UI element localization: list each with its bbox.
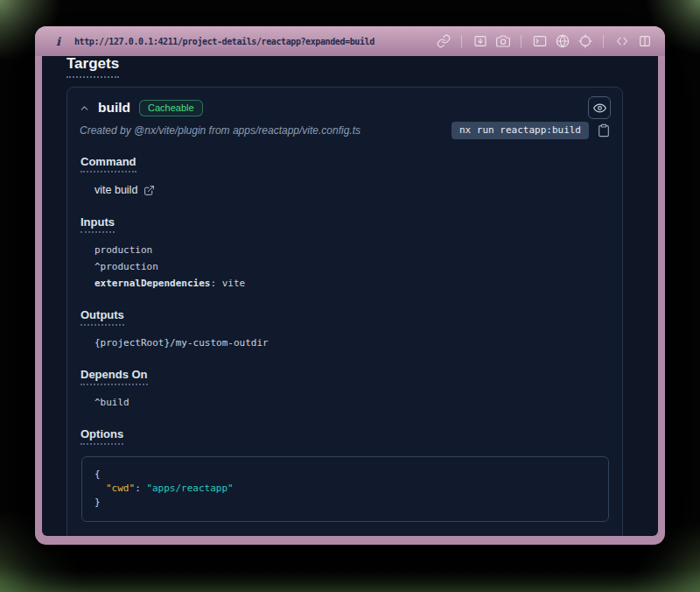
created-by-text: Created by @nx/vite/plugin from apps/rea… [80, 124, 360, 137]
build-target-header[interactable]: build Cacheable [67, 88, 622, 119]
options-code-block: { "cwd": "apps/reactapp" } [81, 456, 609, 522]
command-section-heading: Command [80, 155, 136, 173]
globe-icon[interactable] [555, 34, 570, 49]
code-icon[interactable] [614, 34, 629, 49]
toolbar-divider [603, 35, 604, 48]
inputs-section-heading: Inputs [80, 215, 115, 233]
run-command-chip: nx run reactapp:build [452, 122, 589, 139]
options-section-heading: Options [80, 427, 123, 445]
code-line: "cwd": "apps/reactapp" [94, 482, 596, 496]
link-icon[interactable] [436, 34, 451, 49]
code-line: } [94, 496, 596, 510]
topbar-toolbar [436, 34, 652, 49]
input-item: externalDependencies: vite [94, 278, 609, 289]
copy-icon[interactable] [597, 123, 611, 137]
external-link-icon[interactable] [144, 185, 155, 196]
split-view-icon[interactable] [637, 34, 652, 49]
input-item: ^production [94, 261, 609, 272]
input-item: production [94, 244, 609, 256]
inbox-download-icon[interactable] [472, 34, 487, 49]
browser-topbar: i http://127.0.0.1:4211/project-details/… [35, 26, 665, 56]
input-dep-key: externalDependencies [94, 278, 210, 289]
command-link[interactable]: vite build [94, 184, 609, 196]
info-icon[interactable]: i [56, 35, 60, 48]
address-bar[interactable]: http://127.0.0.1:4211/project-details/re… [74, 37, 374, 46]
build-target-details: Command vite build Inputs production ^pr… [67, 139, 622, 536]
cacheable-badge: Cacheable [139, 100, 203, 116]
toolbar-divider [461, 35, 462, 48]
camera-icon[interactable] [495, 34, 510, 49]
targets-heading: Targets [66, 56, 119, 78]
json-separator: : [135, 483, 146, 494]
view-graph-button[interactable] [588, 96, 611, 119]
target-name: build [98, 100, 130, 116]
input-dep-value: : vite [210, 278, 245, 289]
browser-window: i http://127.0.0.1:4211/project-details/… [35, 26, 665, 545]
json-key: "cwd" [106, 483, 135, 494]
crosshair-icon[interactable] [578, 34, 592, 49]
depends-on-item: ^build [94, 397, 609, 408]
output-item: {projectRoot}/my-custom-outdir [94, 337, 609, 349]
toolbar-divider [521, 35, 522, 48]
outputs-section-heading: Outputs [80, 308, 124, 326]
depends-on-section-heading: Depends On [80, 368, 148, 385]
chevron-up-icon[interactable] [79, 102, 90, 114]
json-value: "apps/reactapp" [146, 483, 233, 494]
code-line: { [94, 468, 596, 482]
created-by-row: Created by @nx/vite/plugin from apps/rea… [67, 119, 622, 139]
build-target-card: build Cacheable Created by @nx/vite/plug… [66, 87, 623, 536]
command-value: vite build [94, 184, 137, 196]
project-details-page: Targets build Cacheable Created by @nx/v… [42, 56, 658, 536]
terminal-icon[interactable] [532, 34, 547, 49]
